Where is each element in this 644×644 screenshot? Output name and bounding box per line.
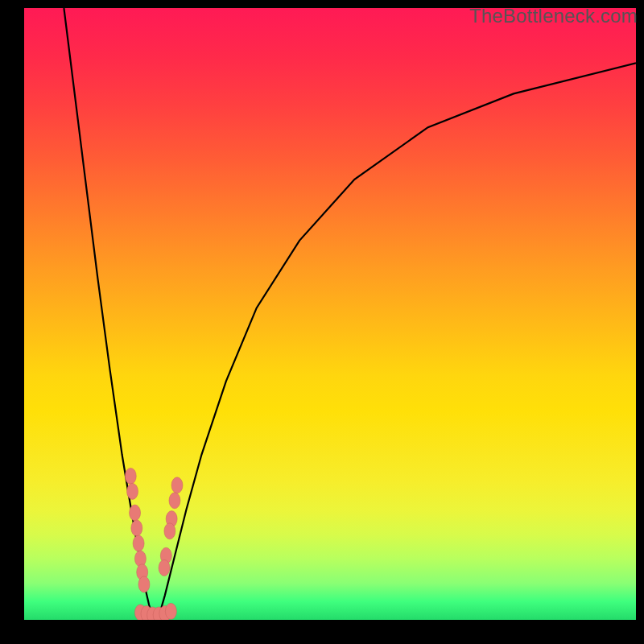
bead-marker [169, 493, 180, 509]
curve-right-arm [159, 63, 636, 617]
curve-layer [64, 8, 636, 617]
bead-marker [164, 523, 175, 539]
bead-marker [130, 505, 141, 521]
bead-marker [131, 520, 142, 536]
bead-marker [171, 477, 183, 493]
bead-layer [125, 468, 183, 620]
chart-frame: TheBottleneck.com [0, 0, 644, 644]
watermark-text: TheBottleneck.com [469, 5, 638, 27]
bead-marker [165, 603, 176, 619]
bead-marker [125, 468, 136, 484]
bead-marker [159, 559, 170, 576]
bead-marker [133, 535, 144, 551]
plot-area [24, 8, 636, 620]
chart-svg [24, 8, 636, 620]
bead-marker [138, 576, 150, 592]
bead-marker [127, 483, 138, 499]
